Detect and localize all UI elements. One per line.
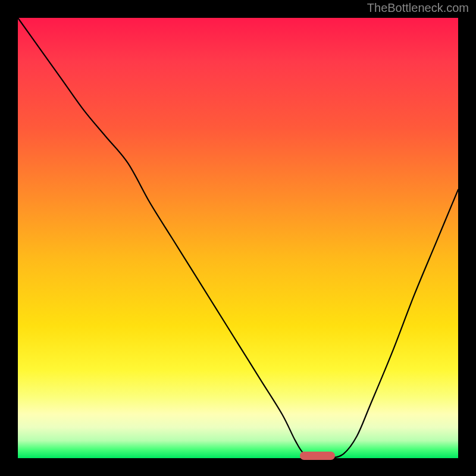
optimal-range-marker xyxy=(300,452,335,460)
chart-gradient-area xyxy=(18,18,458,458)
watermark-text: TheBottleneck.com xyxy=(367,1,469,15)
